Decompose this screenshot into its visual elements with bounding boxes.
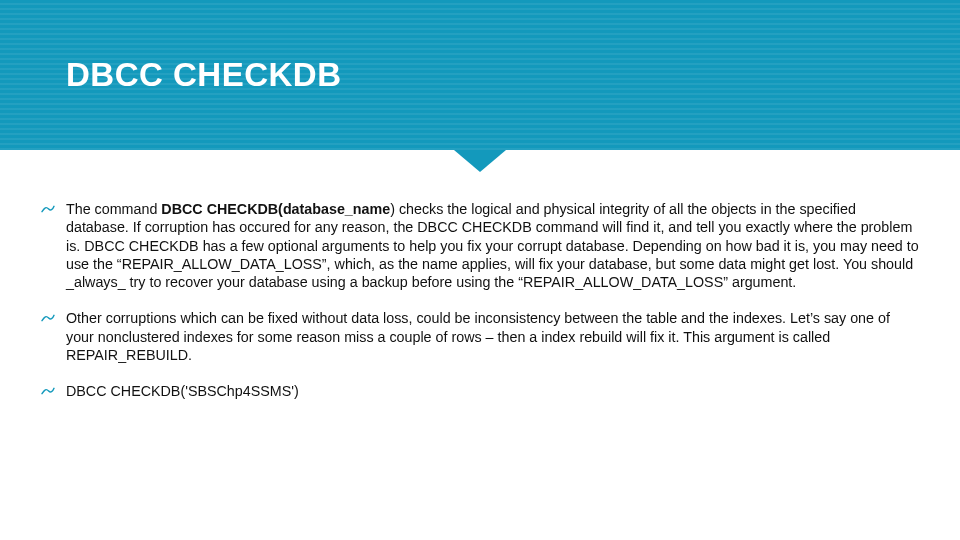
list-item: DBCC CHECKDB('SBSChp4SSMS')	[38, 382, 920, 400]
title-notch	[454, 150, 506, 172]
bullet-text: Other corruptions which can be fixed wit…	[66, 310, 890, 363]
slide-body: The command DBCC CHECKDB(database_name) …	[38, 200, 920, 419]
bullet-text: DBCC CHECKDB('SBSChp4SSMS')	[66, 383, 299, 399]
flourish-bullet-icon	[40, 310, 56, 326]
list-item: The command DBCC CHECKDB(database_name) …	[38, 200, 920, 291]
flourish-bullet-icon	[40, 383, 56, 399]
flourish-bullet-icon	[40, 201, 56, 217]
list-item: Other corruptions which can be fixed wit…	[38, 309, 920, 364]
bullet-text-prefix: The command	[66, 201, 161, 217]
title-band: DBCC CHECKDB	[0, 0, 960, 150]
slide-title: DBCC CHECKDB	[66, 56, 342, 94]
bullet-text-bold: DBCC CHECKDB(database_name	[161, 201, 390, 217]
slide: DBCC CHECKDB The command DBCC CHECKDB(da…	[0, 0, 960, 540]
